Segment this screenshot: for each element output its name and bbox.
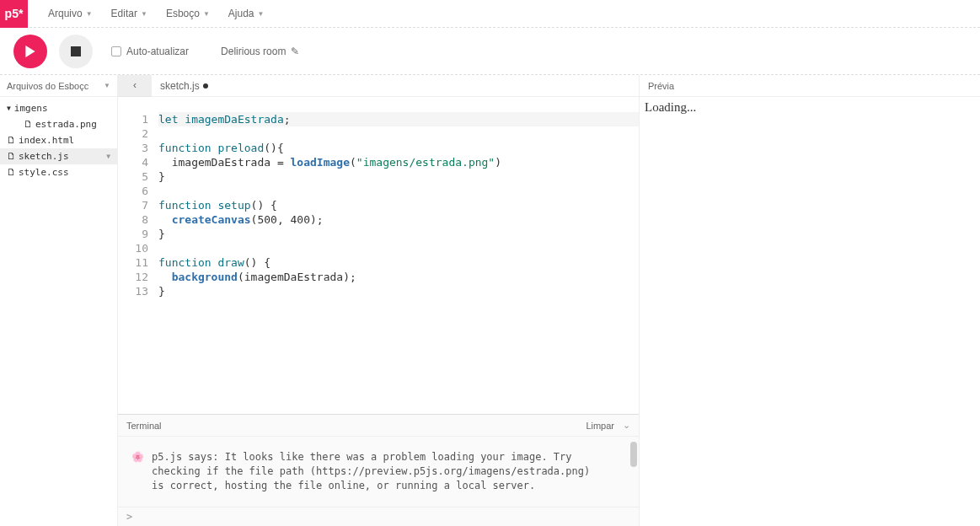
play-button[interactable] <box>13 35 47 68</box>
unsaved-dot-icon <box>203 83 208 89</box>
menu-file-label: Arquivo <box>48 8 83 19</box>
file-icon: 🗋 <box>24 119 32 130</box>
menu-sketch-label: Esboço <box>166 8 200 19</box>
menu-file[interactable]: Arquivo▼ <box>48 8 93 19</box>
stop-icon <box>71 46 81 56</box>
file-style[interactable]: 🗋 style.css <box>0 164 117 180</box>
file-label: sketch.js <box>19 151 69 162</box>
file-tree: ▼ imgens 🗋 estrada.png 🗋 index.html 🗋 sk… <box>0 97 117 180</box>
file-icon: 🗋 <box>7 151 15 162</box>
terminal-body[interactable]: 🌸 p5.js says: It looks like there was a … <box>118 437 639 507</box>
clear-button[interactable]: Limpar <box>586 421 614 431</box>
menu-edit-label: Editar <box>111 8 137 19</box>
play-icon <box>24 46 36 57</box>
auto-update-label: Auto-atualizar <box>126 46 189 57</box>
flower-icon: 🌸 <box>131 450 144 464</box>
terminal-title: Terminal <box>126 421 162 431</box>
file-icon: 🗋 <box>7 167 15 178</box>
menu-edit[interactable]: Editar▼ <box>111 8 147 19</box>
folder-collapse-icon[interactable]: ▼ <box>7 105 11 112</box>
chevron-down-icon: ▼ <box>141 10 147 18</box>
stop-button[interactable] <box>59 35 93 68</box>
chevron-left-icon: ‹ <box>133 79 137 91</box>
file-label: index.html <box>19 135 74 146</box>
file-estrada[interactable]: 🗋 estrada.png <box>0 116 117 132</box>
chevron-down-icon[interactable]: ▼ <box>106 153 110 160</box>
file-index[interactable]: 🗋 index.html <box>0 132 117 148</box>
svg-marker-0 <box>25 46 35 57</box>
file-label: style.css <box>19 167 69 178</box>
scrollbar[interactable] <box>630 442 637 467</box>
preview-loading: Loading... <box>645 100 696 114</box>
preview-title: Prévia <box>648 81 674 91</box>
chevron-down-icon: ▼ <box>203 10 210 18</box>
sidebar-header[interactable]: Arquivos do Esboçc ▼ <box>0 75 117 97</box>
chevron-down-icon: ▼ <box>104 82 110 89</box>
menu-help-label: Ajuda <box>228 8 254 19</box>
pencil-icon[interactable]: ✎ <box>291 46 299 57</box>
code-content[interactable]: let imagemDaEstrada; function preload(){… <box>152 97 639 414</box>
chevron-down-icon[interactable]: ⌄ <box>623 420 630 431</box>
tab-label: sketch.js <box>160 80 200 92</box>
code-editor[interactable]: 1 2 3 4 5 6 7 8 9 10 11 12 13 let imagem… <box>118 97 639 414</box>
chevron-down-icon: ▼ <box>86 10 93 18</box>
folder-label: imgens <box>14 103 48 114</box>
folder-imgens[interactable]: ▼ imgens <box>0 100 117 116</box>
menu-help[interactable]: Ajuda▼ <box>228 8 265 19</box>
p5-logo[interactable]: p5* <box>0 0 28 28</box>
tab-sketch[interactable]: sketch.js <box>152 75 217 96</box>
collapse-sidebar-button[interactable]: ‹ <box>118 75 152 97</box>
preview-body: Loading... <box>640 97 980 526</box>
auto-update-checkbox[interactable] <box>111 46 121 56</box>
sidebar-title: Arquivos do Esboçc <box>7 81 88 91</box>
chevron-down-icon: ▼ <box>258 10 265 18</box>
sketch-name[interactable]: Delirious room <box>221 46 286 57</box>
file-sketch[interactable]: 🗋 sketch.js ▼ <box>0 148 117 164</box>
line-gutter: 1 2 3 4 5 6 7 8 9 10 11 12 13 <box>118 97 152 414</box>
terminal-message: p5.js says: It looks like there was a pr… <box>152 451 590 491</box>
menu-sketch[interactable]: Esboço▼ <box>166 8 210 19</box>
file-label: estrada.png <box>35 119 97 130</box>
terminal-input[interactable]: > <box>118 507 639 526</box>
file-icon: 🗋 <box>7 135 15 146</box>
